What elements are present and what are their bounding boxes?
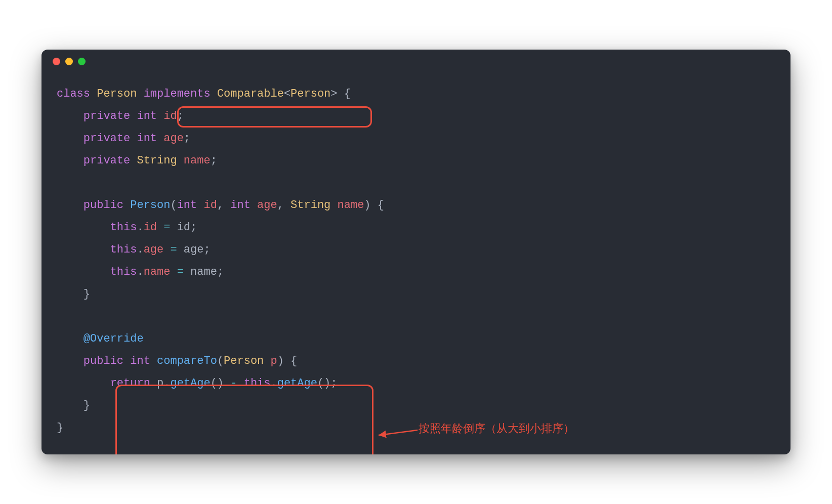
annotation-override: @Override	[84, 332, 144, 345]
brace: {	[371, 199, 384, 212]
param-p: p	[271, 355, 277, 367]
var-p: p	[157, 377, 163, 390]
kw-this: this	[110, 221, 137, 234]
brace: {	[284, 355, 297, 367]
param-age: age	[257, 199, 277, 212]
kw-int: int	[230, 199, 251, 212]
type-comparable: Comparable	[217, 88, 284, 100]
semi: ;	[177, 110, 184, 122]
gt: >	[330, 88, 337, 100]
field-age: age	[163, 132, 184, 145]
lt: <	[284, 88, 290, 100]
param-id: id	[203, 199, 217, 212]
type-person: Person	[224, 355, 264, 367]
minus: -	[224, 377, 244, 390]
kw-int: int	[130, 355, 150, 367]
kw-int: int	[137, 132, 157, 145]
eq: =	[170, 266, 190, 278]
field-name: name	[184, 154, 211, 167]
brace-close: }	[57, 422, 63, 434]
kw-this: this	[244, 377, 271, 390]
field-age: age	[144, 243, 164, 256]
semi: ;	[217, 266, 224, 278]
type-string: String	[290, 199, 330, 212]
semi: ;	[184, 132, 190, 145]
window-titlebar	[41, 50, 791, 73]
eq: =	[163, 243, 184, 256]
kw-implements: implements	[144, 88, 211, 100]
kw-int: int	[177, 199, 197, 212]
generic: Person	[290, 88, 330, 100]
semi: ;	[190, 221, 197, 234]
val-name: name	[190, 266, 217, 278]
dot: .	[137, 243, 143, 256]
kw-private: private	[84, 110, 130, 122]
method-getage: getAge	[277, 377, 317, 390]
eq: =	[157, 221, 177, 234]
method-getage: getAge	[170, 377, 210, 390]
method-compareto: compareTo	[157, 355, 217, 367]
minimize-icon[interactable]	[65, 58, 73, 65]
ctor-person: Person	[130, 199, 170, 212]
type-person: Person	[97, 88, 137, 100]
kw-class: class	[57, 88, 90, 100]
kw-this: this	[110, 243, 137, 256]
kw-private: private	[84, 132, 130, 145]
dot: .	[163, 377, 170, 390]
field-id: id	[144, 221, 157, 234]
kw-return: return	[110, 377, 150, 390]
dot: .	[137, 266, 143, 278]
dot: .	[271, 377, 277, 390]
comma: ,	[217, 199, 230, 212]
kw-this: this	[110, 266, 137, 278]
field-id: id	[163, 110, 177, 122]
kw-int: int	[137, 110, 157, 122]
semi: ;	[330, 377, 337, 390]
param-name: name	[338, 199, 364, 212]
field-name: name	[144, 266, 171, 278]
val-id: id	[177, 221, 190, 234]
dot: .	[137, 221, 143, 234]
maximize-icon[interactable]	[78, 58, 86, 65]
code-area: 按照年龄倒序（从大到小排序） class Person implements C…	[41, 73, 791, 454]
lp: (	[217, 355, 224, 367]
semi: ;	[203, 243, 210, 256]
comma: ,	[277, 199, 290, 212]
code-window: 按照年龄倒序（从大到小排序） class Person implements C…	[41, 50, 791, 454]
type-string: String	[137, 154, 177, 167]
code-block: class Person implements Comparable<Perso…	[57, 83, 775, 439]
lp: (	[170, 199, 177, 212]
rp: )	[277, 355, 284, 367]
close-icon[interactable]	[53, 58, 60, 65]
brace-close: }	[84, 288, 90, 301]
kw-public: public	[84, 355, 123, 367]
kw-private: private	[84, 154, 130, 167]
rp: )	[364, 199, 370, 212]
val-age: age	[184, 243, 204, 256]
brace: {	[338, 88, 351, 100]
kw-public: public	[84, 199, 123, 212]
brace-close: }	[84, 399, 90, 412]
call: ()	[211, 377, 224, 390]
semi: ;	[211, 154, 217, 167]
call: ()	[317, 377, 330, 390]
